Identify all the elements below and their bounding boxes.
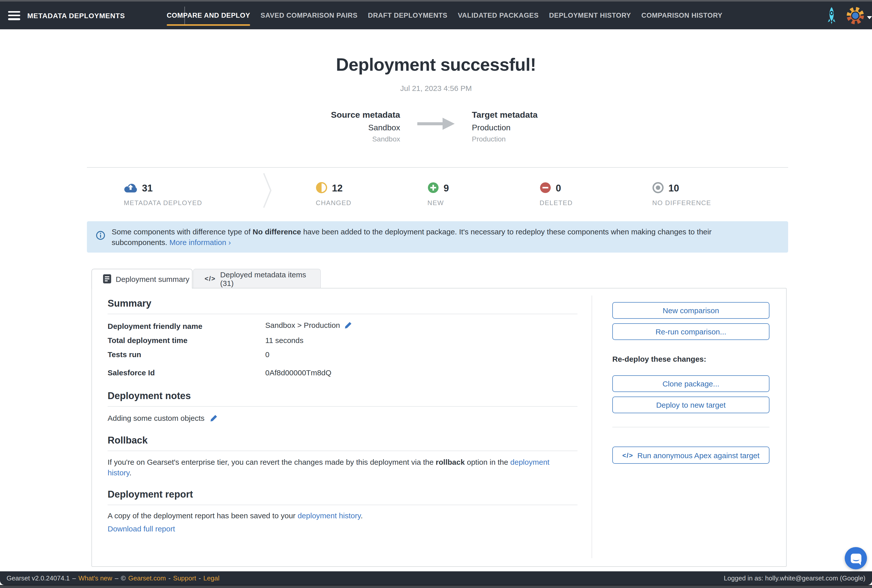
footer-separator: – <box>115 574 118 582</box>
stat-metadata-deployed: 31 METADATA DEPLOYED <box>124 182 202 207</box>
footer-left: Gearset v2.0.24074.1 – What's new – © Ge… <box>7 574 219 582</box>
page: METADATA DEPLOYMENTS COMPARE AND DEPLOY … <box>0 0 872 588</box>
rollback-bold: rollback <box>436 458 465 466</box>
footer-separator: – <box>72 574 76 582</box>
top-nav: METADATA DEPLOYMENTS COMPARE AND DEPLOY … <box>0 2 872 29</box>
row-value: 0 <box>265 350 270 358</box>
hamburger-menu-icon[interactable] <box>8 11 20 20</box>
code-icon: </> <box>205 275 216 282</box>
support-link[interactable]: Support <box>173 574 196 582</box>
whats-new-link[interactable]: What's new <box>78 574 113 582</box>
stat-new: 9 NEW <box>428 182 449 207</box>
half-circle-icon <box>316 182 327 195</box>
chat-widget-button[interactable] <box>845 547 867 569</box>
more-information-link[interactable]: More information › <box>170 238 231 246</box>
source-target-flow: Source metadata Sandbox Sandbox Target m… <box>0 110 872 143</box>
row-label: Salesforce Id <box>108 368 155 377</box>
tab-label: Deployment summary <box>116 274 189 283</box>
stat-label: DELETED <box>540 199 573 207</box>
gearset-gear-logo-icon <box>846 6 865 27</box>
stat-value: 0 <box>556 183 561 194</box>
notes-heading: Deployment notes <box>108 390 191 402</box>
stat-value: 31 <box>142 183 153 194</box>
legal-link[interactable]: Legal <box>203 574 219 582</box>
row-value: 0Af8d00000Tm8dQ <box>265 368 332 377</box>
ring-icon <box>652 182 664 195</box>
sidebar-separator <box>612 427 770 428</box>
stat-value: 9 <box>444 183 449 194</box>
chat-icon <box>851 554 861 563</box>
user-menu[interactable] <box>846 6 872 27</box>
deploy-to-new-target-button[interactable]: Deploy to new target <box>612 396 770 413</box>
row-label: Total deployment time <box>108 336 188 345</box>
target-metadata-label: Target metadata <box>472 110 603 120</box>
copyright-symbol: © <box>121 574 126 582</box>
section-rule <box>108 314 578 314</box>
logged-in-status: Logged in as: holly.white@gearset.com (G… <box>724 574 865 582</box>
rollback-text: If you're on Gearset's enterprise tier, … <box>108 457 562 478</box>
source-subtitle: Sandbox <box>269 135 400 143</box>
gearset-com-link[interactable]: Gearset.com <box>128 574 166 582</box>
report-text: A copy of the deployment report has been… <box>108 510 562 521</box>
footer-separator: - <box>168 574 171 582</box>
nav-tab-saved-comparison-pairs[interactable]: SAVED COMPARISON PAIRS <box>261 2 358 29</box>
tab-deployed-metadata-items[interactable]: </> Deployed metadata items (31) <box>193 269 321 288</box>
stat-label: NEW <box>428 199 449 207</box>
download-full-report-link[interactable]: Download full report <box>108 524 175 533</box>
minus-circle-icon <box>540 182 551 195</box>
redeploy-changes-label: Re-deploy these changes: <box>612 355 706 363</box>
code-icon: </> <box>622 452 633 459</box>
plus-circle-icon <box>428 182 439 195</box>
footer: Gearset v2.0.24074.1 – What's new – © Ge… <box>0 572 872 585</box>
run-anonymous-apex-button[interactable]: </> Run anonymous Apex against target <box>612 447 770 464</box>
stat-changed: 12 CHANGED <box>316 182 351 207</box>
nav-tab-deployment-history[interactable]: DEPLOYMENT HISTORY <box>549 2 631 29</box>
deployment-history-link[interactable]: deployment history <box>297 511 361 520</box>
section-rule <box>108 406 578 406</box>
caret-down-icon <box>867 16 872 19</box>
nav-tab-compare-and-deploy[interactable]: COMPARE AND DEPLOY <box>167 2 250 29</box>
friendly-name-value: Sandbox > Production <box>265 321 340 329</box>
download-report-row: Download full report <box>108 524 562 534</box>
nav-tab-comparison-history[interactable]: COMPARISON HISTORY <box>641 2 722 29</box>
page-title: Deployment successful! <box>0 54 872 75</box>
app-title: METADATA DEPLOYMENTS <box>27 12 125 20</box>
info-banner-text: Some components with difference type of … <box>112 226 768 248</box>
target-subtitle: Production <box>472 135 603 143</box>
row-label: Deployment friendly name <box>108 322 202 330</box>
rollback-text-before: If you're on Gearset's enterprise tier, … <box>108 458 436 466</box>
info-icon <box>96 231 105 242</box>
stat-value: 10 <box>668 183 679 194</box>
summary-heading: Summary <box>108 298 151 309</box>
banner-text-before: Some components with difference type of <box>112 227 253 236</box>
report-heading: Deployment report <box>108 489 193 500</box>
nav-tab-validated-packages[interactable]: VALIDATED PACKAGES <box>458 2 539 29</box>
rollback-heading: Rollback <box>108 435 147 446</box>
run-apex-label: Run anonymous Apex against target <box>637 451 759 459</box>
edit-icon[interactable] <box>345 321 352 329</box>
source-name: Sandbox <box>269 123 400 132</box>
section-rule <box>108 451 578 451</box>
arrow-right-icon <box>416 117 456 143</box>
banner-bold: No difference <box>253 227 301 236</box>
report-text-before: A copy of the deployment report has been… <box>108 511 297 520</box>
stats-chevron-divider <box>263 173 272 210</box>
row-label: Tests run <box>108 350 141 358</box>
row-value: 11 seconds <box>265 336 303 345</box>
rollback-text-after: . <box>129 468 131 477</box>
stat-value: 12 <box>332 183 342 194</box>
notes-text: Adding some custom objects <box>108 414 205 422</box>
edit-icon[interactable] <box>210 414 218 422</box>
rerun-comparison-button[interactable]: Re-run comparison... <box>612 323 770 340</box>
target-name: Production <box>472 123 603 132</box>
clone-package-button[interactable]: Clone package... <box>612 375 770 392</box>
new-comparison-button[interactable]: New comparison <box>612 302 770 319</box>
rocket-icon[interactable] <box>825 7 837 27</box>
stat-label: METADATA DEPLOYED <box>124 199 202 207</box>
list-icon <box>103 274 111 284</box>
stats-divider-line <box>87 167 788 168</box>
nav-tab-draft-deployments[interactable]: DRAFT DEPLOYMENTS <box>368 2 447 29</box>
rollback-text-mid: option in the <box>465 458 510 466</box>
tab-deployment-summary[interactable]: Deployment summary <box>92 269 192 288</box>
nav-tabs: COMPARE AND DEPLOY SAVED COMPARISON PAIR… <box>167 2 722 29</box>
